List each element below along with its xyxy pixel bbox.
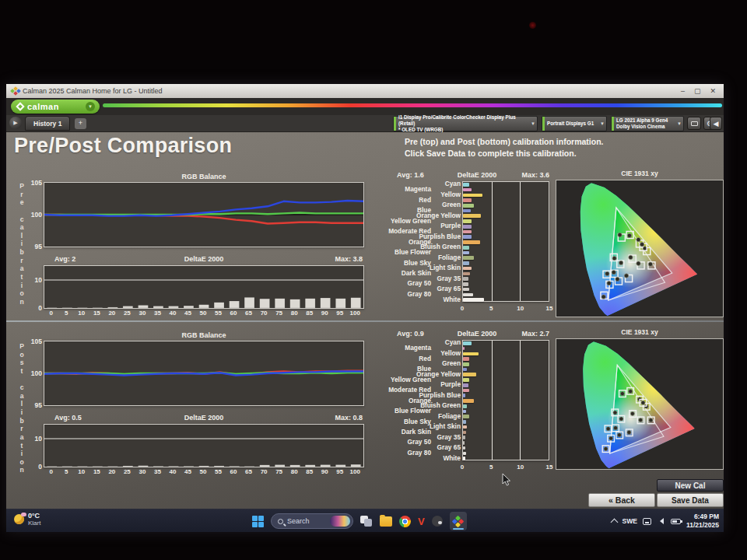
collapse-button[interactable]: ◀	[710, 117, 722, 130]
y-tick-label: 95	[35, 401, 42, 409]
x-tick-label: 35	[154, 468, 161, 475]
cc-bar	[463, 277, 468, 281]
cc-bar	[463, 420, 466, 424]
touch-keyboard-icon[interactable]	[643, 518, 651, 525]
new-cal-button[interactable]: New Cal	[657, 479, 724, 492]
x-tick-label: 5	[65, 468, 68, 475]
keyboard-language[interactable]: SWE	[622, 517, 637, 525]
cc-bar	[463, 282, 468, 286]
v-app-icon[interactable]: V	[418, 516, 425, 527]
y-tick-label: 0	[38, 463, 42, 471]
grayscale-bar	[169, 466, 179, 467]
post-rgb-balance-chart: RGB Balance 10510095	[22, 331, 366, 412]
gridline	[492, 182, 493, 301]
x-tick-label: 75	[275, 468, 282, 475]
grayscale-bar	[123, 306, 133, 309]
pre-rgb-balance-chart: RGB Balance 10510095	[22, 173, 366, 254]
x-axis: 0510152025303540455055606570758085909510…	[44, 468, 363, 478]
cc-row-label: Red	[419, 196, 431, 204]
close-icon[interactable]: ✕	[710, 88, 716, 95]
cc-row-label: Yellow	[440, 191, 461, 198]
calman-menu-button[interactable]: calman ▾	[11, 100, 100, 114]
y-tick-label: 0	[38, 304, 42, 312]
cc-row-label: Purple	[440, 380, 461, 388]
grayscale-bar	[230, 301, 240, 308]
y-tick-label: 10	[35, 435, 42, 443]
chart-title: RGB Balance	[44, 331, 364, 339]
speaker-icon[interactable]	[657, 518, 664, 524]
grayscale-bar	[93, 308, 103, 309]
maximize-icon[interactable]: ▢	[694, 88, 701, 95]
x-tick-label: 20	[108, 310, 115, 317]
add-tab-button[interactable]: +	[75, 118, 86, 129]
x-tick-label: 100	[350, 468, 360, 475]
workflow-menu-button[interactable]: ▶	[9, 117, 22, 129]
task-view-icon[interactable]	[360, 516, 373, 527]
minimize-icon[interactable]: –	[681, 88, 685, 95]
tray-chevron-up-icon[interactable]	[610, 519, 618, 527]
device-line1: LG 2021 Alpha 9 Gen4	[616, 117, 668, 123]
file-explorer-icon[interactable]	[380, 516, 392, 527]
x-tick-label: 15	[546, 305, 553, 312]
x-tick-label: 80	[291, 310, 298, 317]
display-control-button[interactable]	[687, 117, 701, 130]
x-tick-label: 60	[230, 468, 237, 475]
search-placeholder: Search	[287, 517, 326, 525]
tab-history-1[interactable]: History 1	[25, 116, 70, 131]
clock-time: 6:49 PM	[686, 513, 719, 521]
search-input[interactable]: Search	[271, 513, 353, 529]
grayscale-bar	[214, 466, 224, 467]
cc-bar	[463, 368, 467, 372]
x-tick-label: 30	[139, 468, 146, 475]
x-tick-label: 90	[321, 310, 328, 317]
pre-grayscale-deltae-plot: 100	[44, 265, 364, 309]
x-tick-label: 85	[306, 468, 313, 475]
meter-dropdown[interactable]: i1 Display Pro/Calibrite ColorChecker Di…	[393, 116, 538, 131]
cc-row-label: Gray 80	[408, 290, 431, 298]
cc-row-label: Gray 65	[437, 443, 461, 451]
info-line-1: Pre (top) and Post (bottom) calibration …	[405, 137, 604, 146]
pre-grayscale-deltae-chart: Avg: 2 DeltaE 2000 Max: 3.8 100 05101520…	[22, 255, 366, 330]
cc-row-label: Yellow Green	[391, 217, 431, 225]
cie-measured-dot	[619, 417, 623, 421]
calman-taskbar-icon[interactable]	[450, 512, 467, 530]
pattern-source-dropdown[interactable]: Portrait Displays G1 ▼	[542, 116, 607, 131]
post-grayscale-deltae-chart: Avg: 0.5 DeltaE 2000 Max: 0.8 100 051015…	[22, 414, 366, 488]
save-data-button[interactable]: Save Data	[657, 493, 724, 507]
grayscale-bar	[305, 299, 315, 308]
x-tick-label: 55	[215, 468, 222, 475]
display-device-dropdown[interactable]: LG 2021 Alpha 9 Gen4 Dolby Vision Cinema…	[611, 116, 684, 131]
x-tick-label: 55	[215, 310, 222, 317]
chrome-icon[interactable]	[399, 516, 411, 527]
cc-row-label: Gray 35	[437, 275, 461, 282]
main-content: Pre/Post Comparison Pre (top) and Post (…	[6, 132, 724, 509]
cc-row-label: White	[443, 454, 461, 462]
cc-bar	[463, 341, 472, 345]
x-tick-label: 15	[93, 310, 100, 317]
x-tick-label: 25	[124, 468, 131, 475]
dark-disc-app-icon[interactable]	[432, 516, 443, 527]
taskbar: 0°C Klart Search V	[6, 509, 724, 532]
cc-bar	[463, 357, 469, 361]
back-button[interactable]: « Back	[588, 493, 655, 507]
cie-measured-dot	[629, 390, 633, 394]
calibration-info-text: Pre (top) and Post (bottom) calibration …	[405, 136, 604, 159]
cie-measured-dot	[637, 237, 640, 241]
grayscale-bar	[123, 466, 133, 467]
cc-row-label: Blue Sky	[404, 418, 431, 425]
max-value-label: Max: 3.6	[521, 171, 549, 179]
start-button[interactable]	[252, 516, 264, 527]
cc-row-label: Gray 65	[437, 285, 461, 292]
cc-bar	[463, 272, 470, 276]
pre-cie-chart: CIE 1931 xy	[556, 170, 724, 317]
chart-title: DeltaE 2000	[425, 330, 529, 338]
battery-icon[interactable]	[671, 519, 681, 524]
cie-measured-dot	[615, 277, 619, 281]
taskbar-clock[interactable]: 6:49 PM 11/21/2025	[686, 513, 719, 529]
grayscale-bar	[244, 297, 254, 308]
taskbar-weather-widget[interactable]: 0°C Klart	[14, 512, 40, 527]
grayscale-bar	[214, 303, 224, 308]
cie-measured-dot	[629, 255, 633, 259]
cc-bar	[463, 362, 469, 366]
chart-title: CIE 1931 xy	[556, 170, 724, 177]
